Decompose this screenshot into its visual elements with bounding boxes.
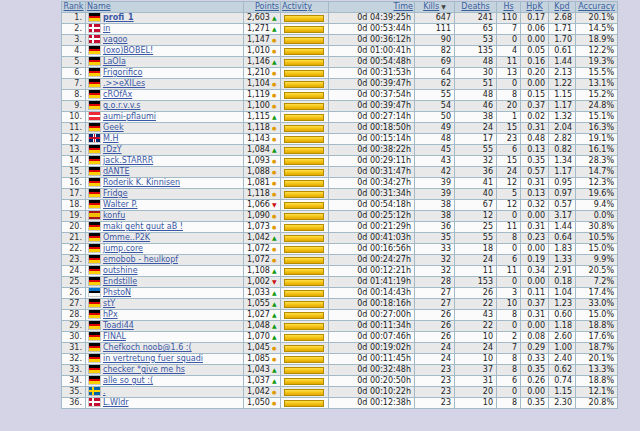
column-header-link-kpd[interactable]: Kpd — [554, 2, 569, 11]
column-header-link-acc[interactable]: Accuracy — [578, 2, 615, 11]
time-cell: 0d 00:07:46h — [329, 332, 415, 343]
column-header-hpk[interactable]: HpK — [521, 2, 549, 13]
hpk-cell: 0.11 — [521, 288, 549, 299]
player-link[interactable]: profi_1 — [103, 13, 134, 22]
column-header-link-deaths[interactable]: Deaths — [461, 2, 489, 11]
player-link[interactable]: cROfAx — [103, 90, 132, 99]
time-cell: 0d 00:37:54h — [329, 90, 415, 101]
column-header-activity[interactable]: Activity — [281, 2, 329, 13]
player-link[interactable]: Fridge — [103, 189, 128, 198]
player-link[interactable]: LaOla — [103, 57, 126, 66]
hpk-cell: 0.00 — [521, 321, 549, 332]
hs-cell: 0 — [497, 79, 521, 90]
player-link[interactable]: alle so gut :( — [103, 376, 153, 385]
kills-cell: 35 — [415, 233, 455, 244]
column-header-acc[interactable]: Accuracy — [576, 2, 618, 13]
table-row: 18.Walter P.1,066▼0d 00:54:18h3867120.32… — [62, 200, 618, 211]
player-link[interactable]: checker *give me hs — [103, 365, 185, 374]
column-header-hs[interactable]: Hs — [497, 2, 521, 13]
player-link[interactable]: in vertretung fuer squadi — [103, 354, 203, 363]
kills-cell: 49 — [415, 123, 455, 134]
player-link[interactable]: vagoo — [103, 35, 128, 44]
column-header-kills[interactable]: Kills▼ — [415, 2, 455, 13]
player-link[interactable]: konfu — [103, 211, 125, 220]
table-row: 15.dANTE1,088●0d 00:31:47h4236240.571.17… — [62, 167, 618, 178]
player-link[interactable]: PhstoN — [103, 288, 131, 297]
flag-icon-de — [89, 354, 100, 362]
player-link[interactable]: outshine — [103, 266, 138, 275]
name-cell: checker *give me hs — [86, 365, 244, 376]
player-link[interactable]: maki geht guut aB ! — [103, 222, 183, 231]
column-header-kpd[interactable]: Kpd — [549, 2, 576, 13]
player-link[interactable]: emobob - heulkopf — [103, 255, 178, 264]
column-header-time[interactable]: Time — [329, 2, 415, 13]
column-header-link-time[interactable]: Time — [393, 2, 413, 11]
points-cell: 1,271▲ — [244, 24, 281, 35]
player-link[interactable]: .>>eXILes — [103, 79, 145, 88]
column-header-deaths[interactable]: Deaths — [455, 2, 497, 13]
column-header-rank[interactable]: Rank — [62, 2, 86, 13]
player-link[interactable]: g.o.r.v.v.s — [103, 101, 141, 110]
points-value: 1,100 — [247, 101, 270, 110]
player-link[interactable]: in — [103, 24, 110, 33]
hs-cell: 5 — [497, 189, 521, 200]
player-link[interactable]: FINAL — [103, 332, 126, 341]
player-link[interactable]: jump.core — [103, 244, 143, 253]
player-link[interactable]: Endstille — [103, 277, 137, 286]
rank-cell: 9. — [62, 101, 86, 112]
player-link[interactable]: . — [103, 387, 106, 396]
player-link[interactable]: Geek — [103, 123, 124, 132]
player-link[interactable]: Roderik K. Kinnisen — [103, 178, 180, 187]
accuracy-cell: 15.5% — [576, 68, 618, 79]
player-link[interactable]: M.H — [103, 134, 118, 143]
time-cell: 0d 00:21:29h — [329, 222, 415, 233]
table-row: 24.outshine1,108▲0d 00:12:21h3211110.342… — [62, 266, 618, 277]
column-header-name[interactable]: Name — [86, 2, 244, 13]
time-cell: 0d 00:34:27h — [329, 178, 415, 189]
hs-cell: 1 — [497, 112, 521, 123]
leaderboard-page: RankNamePointsActivityTimeKills▼DeathsHs… — [0, 0, 640, 431]
activity-bar — [284, 268, 324, 275]
column-header-link-rank[interactable]: Rank — [64, 2, 84, 11]
name-cell: LaOla — [86, 57, 244, 68]
hs-cell: 6 — [497, 376, 521, 387]
player-link[interactable]: Toadi44 — [103, 321, 134, 330]
kpd-cell: 0.97 — [549, 189, 576, 200]
player-link[interactable]: Omme..P2K — [103, 233, 150, 242]
trend-same-icon: ● — [272, 134, 280, 144]
column-header-link-name[interactable]: Name — [87, 2, 111, 11]
table-row: 19.konfu1,090●0d 00:25:12h381200.003.170… — [62, 211, 618, 222]
activity-bar — [284, 389, 324, 396]
hs-cell: 0 — [497, 277, 521, 288]
rank-cell: 30. — [62, 332, 86, 343]
accuracy-cell: 20.5% — [576, 266, 618, 277]
player-link[interactable]: L.Wldr — [103, 398, 129, 407]
column-header-points[interactable]: Points — [244, 2, 281, 13]
column-header-link-points[interactable]: Points — [255, 2, 279, 11]
player-link[interactable]: dANTE — [103, 167, 129, 176]
player-link[interactable]: Chefkoch noob@1.6 :( — [103, 343, 192, 352]
hpk-cell: 0.29 — [521, 343, 549, 354]
points-cell: 1,143● — [244, 134, 281, 145]
points-cell: 1,073● — [244, 222, 281, 233]
activity-cell — [281, 46, 329, 57]
flag-icon-de — [89, 255, 100, 263]
activity-bar — [284, 323, 324, 330]
player-link[interactable]: aumi-pflaumi — [103, 112, 156, 121]
player-link[interactable]: Frigorifico — [103, 68, 142, 77]
player-link[interactable]: hPx — [103, 310, 118, 319]
column-header-link-activity[interactable]: Activity — [282, 2, 312, 11]
column-header-link-kills[interactable]: Kills — [423, 2, 439, 11]
player-link[interactable]: (oxo)BOBEL! — [103, 46, 153, 55]
player-link[interactable]: jack.STARRR — [103, 156, 153, 165]
player-link[interactable]: stY — [103, 299, 115, 308]
name-cell: profi_1 — [86, 13, 244, 24]
player-link[interactable]: Walter P. — [103, 200, 138, 209]
points-cell: 1,027▲ — [244, 310, 281, 321]
points-value: 1,072 — [247, 255, 270, 264]
column-header-link-hs[interactable]: Hs — [503, 2, 513, 11]
player-link[interactable]: rDzY — [103, 145, 122, 154]
column-header-link-hpk[interactable]: HpK — [526, 2, 542, 11]
activity-bar — [284, 180, 324, 187]
table-row: 11.Geek1,118●0d 00:18:50h4924150.312.041… — [62, 123, 618, 134]
